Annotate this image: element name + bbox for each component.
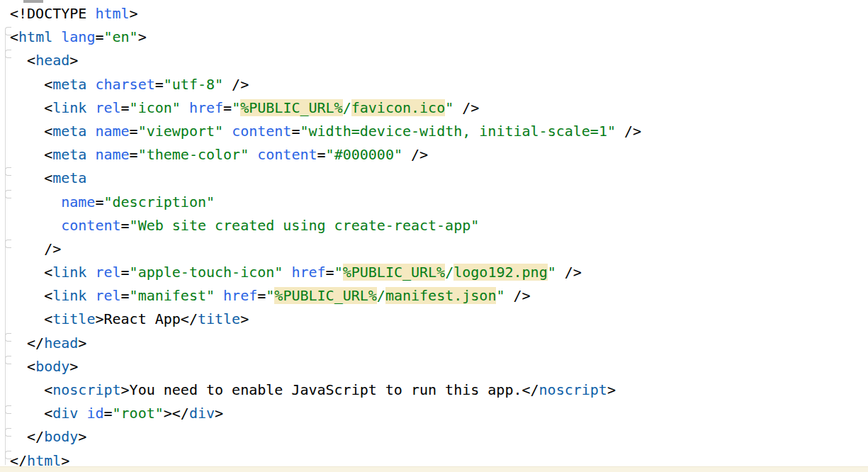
code-token: meta bbox=[52, 76, 86, 93]
code-token: </ bbox=[181, 310, 198, 327]
horizontal-scrollbar-track[interactable] bbox=[0, 466, 868, 472]
code-token bbox=[86, 146, 95, 163]
code-token: > bbox=[240, 310, 249, 327]
code-token: = bbox=[95, 193, 103, 210]
code-token bbox=[52, 28, 61, 45]
code-token: "Web site created using create-react-app… bbox=[130, 217, 480, 234]
code-line-4[interactable]: <meta charset="utf-8" /> bbox=[10, 73, 868, 96]
code-token: "root" bbox=[113, 405, 164, 422]
code-token: content bbox=[257, 146, 317, 163]
code-line-5[interactable]: <link rel="icon" href="%PUBLIC_URL%/favi… bbox=[10, 96, 868, 120]
code-token bbox=[86, 287, 95, 304]
code-token: /> bbox=[505, 287, 530, 304]
code-token: noscript bbox=[52, 381, 120, 398]
code-token: /> bbox=[10, 240, 61, 257]
code-token: "en" bbox=[103, 28, 137, 45]
code-token: " bbox=[548, 264, 556, 281]
code-token: %PUBLIC_URL% bbox=[343, 264, 446, 281]
code-token: = bbox=[121, 99, 130, 116]
code-line-6[interactable]: <meta name="viewport" content="width=dev… bbox=[10, 120, 868, 143]
code-token: = bbox=[121, 287, 130, 304]
code-token: < bbox=[10, 52, 35, 69]
code-token: "utf-8" bbox=[164, 76, 223, 93]
code-line-8[interactable]: <meta bbox=[10, 167, 868, 190]
code-token: manifest.json bbox=[385, 287, 497, 304]
code-token: title bbox=[52, 310, 95, 327]
code-token: " bbox=[232, 99, 240, 116]
code-token: content bbox=[61, 217, 120, 234]
code-token: /> bbox=[453, 99, 479, 116]
code-token: /> bbox=[402, 146, 428, 163]
code-line-19[interactable]: </body> bbox=[10, 425, 868, 449]
code-token: div bbox=[52, 405, 78, 422]
code-token: > bbox=[95, 310, 103, 327]
code-token: / bbox=[377, 287, 385, 304]
code-token: < bbox=[10, 123, 52, 140]
code-token: = bbox=[95, 28, 103, 45]
code-line-15[interactable]: </head> bbox=[10, 332, 868, 355]
code-token: meta bbox=[52, 123, 86, 140]
code-editor[interactable]: <!DOCTYPE html><html lang="en"> <head> <… bbox=[0, 0, 868, 472]
code-token: %PUBLIC_URL% bbox=[240, 99, 343, 116]
code-token: content bbox=[232, 123, 291, 140]
code-token: html bbox=[95, 5, 129, 22]
code-token: </ bbox=[172, 405, 189, 422]
code-token: href bbox=[291, 264, 325, 281]
code-token bbox=[10, 217, 61, 234]
code-token: < bbox=[10, 287, 52, 304]
code-line-14[interactable]: <title>React App</title> bbox=[10, 308, 868, 331]
code-token: > bbox=[607, 381, 616, 398]
code-token: / bbox=[445, 264, 453, 281]
code-token bbox=[181, 99, 189, 116]
code-token: rel bbox=[95, 264, 120, 281]
code-token bbox=[86, 99, 95, 116]
code-token: > bbox=[69, 52, 78, 69]
code-token: logo192.png bbox=[453, 264, 547, 281]
code-token: link bbox=[52, 287, 86, 304]
code-line-13[interactable]: <link rel="manifest" href="%PUBLIC_URL%/… bbox=[10, 284, 868, 308]
code-token: link bbox=[52, 264, 86, 281]
code-token: "#000000" bbox=[326, 146, 402, 163]
code-token: React App bbox=[103, 310, 180, 327]
code-token bbox=[78, 405, 86, 422]
code-token: <!DOCTYPE bbox=[10, 5, 95, 22]
code-line-3[interactable]: <head> bbox=[10, 49, 868, 72]
code-token: < bbox=[10, 146, 52, 163]
code-token: " bbox=[445, 99, 453, 116]
code-token: = bbox=[155, 76, 164, 93]
code-token: "icon" bbox=[130, 99, 181, 116]
code-line-11[interactable]: /> bbox=[10, 237, 868, 261]
code-token: /> bbox=[556, 264, 582, 281]
code-line-18[interactable]: <div id="root"></div> bbox=[10, 402, 868, 425]
code-token: > bbox=[78, 428, 86, 445]
code-token: meta bbox=[52, 146, 86, 163]
code-token: meta bbox=[52, 169, 86, 186]
code-line-16[interactable]: <body> bbox=[10, 355, 868, 378]
code-token: / bbox=[343, 99, 351, 116]
code-line-7[interactable]: <meta name="theme-color" content="#00000… bbox=[10, 143, 868, 167]
code-token: rel bbox=[95, 99, 120, 116]
code-line-9[interactable]: name="description" bbox=[10, 191, 868, 214]
code-line-17[interactable]: <noscript>You need to enable JavaScript … bbox=[10, 378, 868, 402]
code-token: You need to enable JavaScript to run thi… bbox=[130, 381, 522, 398]
code-token: = bbox=[326, 264, 334, 281]
code-token: < bbox=[10, 76, 52, 93]
code-token: < bbox=[10, 310, 52, 327]
code-token: /> bbox=[616, 123, 641, 140]
code-token: </ bbox=[522, 381, 539, 398]
code-token: "width=device-width, initial-scale=1" bbox=[300, 123, 616, 140]
code-token bbox=[86, 123, 95, 140]
code-token: name bbox=[95, 146, 129, 163]
code-token: = bbox=[317, 146, 326, 163]
code-token: head bbox=[44, 335, 78, 352]
code-line-1[interactable]: <!DOCTYPE html> bbox=[10, 2, 868, 26]
code-token: %PUBLIC_URL% bbox=[274, 287, 377, 304]
code-token: name bbox=[95, 123, 129, 140]
code-line-2[interactable]: <html lang="en"> bbox=[10, 26, 868, 49]
code-content[interactable]: <!DOCTYPE html><html lang="en"> <head> <… bbox=[10, 2, 868, 472]
code-line-12[interactable]: <link rel="apple-touch-icon" href="%PUBL… bbox=[10, 261, 868, 284]
code-token bbox=[223, 123, 232, 140]
code-token: = bbox=[130, 123, 138, 140]
code-line-10[interactable]: content="Web site created using create-r… bbox=[10, 214, 868, 237]
code-token: = bbox=[130, 146, 138, 163]
